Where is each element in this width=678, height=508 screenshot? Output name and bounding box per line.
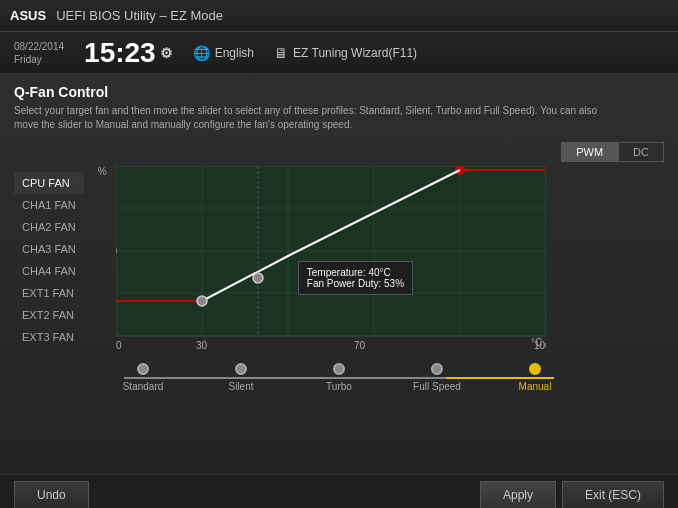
fan-item[interactable]: EXT3 FAN: [14, 326, 84, 348]
profile-slider-row: StandardSilentTurboFull SpeedManual: [74, 363, 604, 392]
time-text: 15:23: [84, 37, 156, 69]
profile-item-standard[interactable]: Standard: [94, 363, 192, 392]
fan-item[interactable]: EXT2 FAN: [14, 304, 84, 326]
date-block: 08/22/2014 Friday: [14, 40, 64, 66]
monitor-icon: 🖥: [274, 45, 288, 61]
profile-item-silent[interactable]: Silent: [192, 363, 290, 392]
profile-label: Standard: [123, 381, 164, 392]
profile-label: Full Speed: [413, 381, 461, 392]
day-text: Friday: [14, 53, 64, 66]
language-block[interactable]: 🌐 English: [193, 45, 254, 61]
svg-text:30: 30: [196, 340, 208, 351]
exit-button[interactable]: Exit (ESC): [562, 481, 664, 508]
slider-dot: [333, 363, 345, 375]
date-text: 08/22/2014: [14, 40, 64, 53]
time-bar: 08/22/2014 Friday 15:23 ⚙ 🌐 English 🖥 EZ…: [0, 32, 678, 74]
apply-button[interactable]: Apply: [480, 481, 556, 508]
section-desc: Select your target fan and then move the…: [14, 104, 614, 132]
top-bar: ASUS UEFI BIOS Utility – EZ Mode: [0, 0, 678, 32]
fan-item[interactable]: EXT1 FAN: [14, 282, 84, 304]
mode-btn-dc[interactable]: DC: [618, 142, 664, 162]
fan-item[interactable]: CPU FAN: [14, 172, 84, 194]
svg-text:70: 70: [354, 340, 366, 351]
asus-logo: ASUS: [10, 8, 46, 23]
chart-container: % 100 50: [98, 166, 664, 351]
profile-item-full-speed[interactable]: Full Speed: [388, 363, 486, 392]
fan-list: CPU FANCHA1 FANCHA2 FANCHA3 FANCHA4 FANE…: [14, 142, 84, 351]
profile-label: Manual: [519, 381, 552, 392]
profile-label: Turbo: [326, 381, 352, 392]
language-label: English: [215, 46, 254, 60]
svg-point-13: [197, 296, 207, 306]
profile-item-turbo[interactable]: Turbo: [290, 363, 388, 392]
svg-text:0: 0: [116, 340, 122, 351]
left-buttons: Undo: [14, 481, 89, 508]
globe-icon: 🌐: [193, 45, 210, 61]
fan-control-area: CPU FANCHA1 FANCHA2 FANCHA3 FANCHA4 FANE…: [14, 142, 664, 351]
slider-dot: [431, 363, 443, 375]
time-display: 15:23 ⚙: [84, 37, 173, 69]
fan-item[interactable]: CHA4 FAN: [14, 260, 84, 282]
svg-text:°C: °C: [531, 337, 542, 348]
chart-wrapper: PWMDC % 100: [98, 142, 664, 351]
profile-item-manual[interactable]: Manual: [486, 363, 584, 392]
mode-buttons: PWMDC: [98, 142, 664, 162]
button-row: Undo Apply Exit (ESC): [0, 474, 678, 508]
main-content: Q-Fan Control Select your target fan and…: [0, 74, 678, 474]
fan-item[interactable]: CHA3 FAN: [14, 238, 84, 260]
gear-icon[interactable]: ⚙: [160, 45, 173, 61]
y-axis-label: %: [98, 166, 107, 177]
right-buttons: Apply Exit (ESC): [480, 481, 664, 508]
fan-item[interactable]: CHA2 FAN: [14, 216, 84, 238]
mode-btn-pwm[interactable]: PWM: [561, 142, 618, 162]
section-title: Q-Fan Control: [14, 84, 664, 100]
wizard-block[interactable]: 🖥 EZ Tuning Wizard(F11): [274, 45, 417, 61]
undo-button[interactable]: Undo: [14, 481, 89, 508]
wizard-label: EZ Tuning Wizard(F11): [293, 46, 417, 60]
fan-chart[interactable]: 100 50 0 30: [116, 166, 546, 351]
bios-title: UEFI BIOS Utility – EZ Mode: [56, 8, 223, 23]
fan-item[interactable]: CHA1 FAN: [14, 194, 84, 216]
slider-dot: [137, 363, 149, 375]
profile-label: Silent: [228, 381, 253, 392]
slider-dot: [235, 363, 247, 375]
slider-dot: [529, 363, 541, 375]
profile-slider-area: StandardSilentTurboFull SpeedManual: [14, 363, 664, 392]
